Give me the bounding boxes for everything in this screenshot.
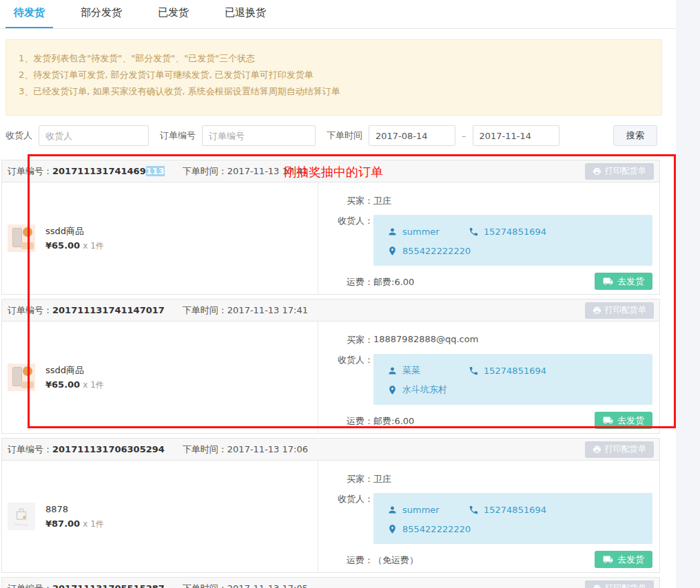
receiver-row: 收货人： summer 15274851694 [318,215,659,266]
product-price: ¥87.00 [45,518,80,529]
receiver-phone-group: 15274851694 [469,505,546,515]
product-placeholder-thumbnail[interactable]: TPshop [8,503,35,530]
order-number: 201711131705515287 [52,583,165,588]
go-ship-button[interactable]: 去发货 [595,412,652,429]
printer-icon [593,445,601,454]
receiver-phone: 15274851694 [484,366,546,376]
receiver-line-2: 855422222220 [387,242,646,259]
person-icon [387,366,398,376]
receiver-line-1: summer 15274851694 [387,501,646,518]
receiver-name: summer [402,227,452,237]
placeholder-brand-text: TPshop [14,523,29,527]
order-card-1: 订单编号： 201711131741469113 下单时间：2017-11-13… [1,160,660,295]
tab-returned[interactable]: 已退换货 [216,0,274,28]
phone-icon [469,366,479,376]
print-packing-slip-button[interactable]: 打印配货单 [585,441,654,458]
ship-button-label: 去发货 [617,554,644,566]
location-pin-icon [387,524,398,534]
product-thumbnail[interactable] [8,224,35,252]
receiver-phone: 15274851694 [484,227,546,237]
print-packing-slip-button[interactable]: 打印配货单 [585,580,654,588]
print-button-label: 打印配货单 [605,165,646,177]
go-ship-button[interactable]: 去发货 [595,273,652,290]
product-thumbnail[interactable] [8,364,35,391]
order-time-label: 下单时间： [183,444,227,454]
page-background-gutter [676,0,700,588]
ship-button-label: 去发货 [617,414,644,427]
product-price: ¥65.00 [45,379,80,390]
freight-row: 运费： 邮费:6.00 去发货 [318,276,659,288]
receiver-info-box: summer 15274851694 855422222220 [373,493,652,544]
location-pin-icon [387,246,398,256]
order-time-label: 下单时间： [183,166,227,176]
receiver-name: summer [402,505,452,515]
printer-icon [593,306,601,315]
freight-row: 运费： 邮费:6.00 去发货 [318,415,659,428]
print-packing-slip-button[interactable]: 打印配货单 [585,302,654,319]
date-range-separator: – [462,131,466,141]
order-number: 201711131741147017 [52,305,165,315]
buyer-label: 买家： [318,334,373,346]
search-button[interactable]: 搜索 [613,125,657,146]
order-time: 下单时间：2017-11-13 17:06 [183,443,308,456]
shipping-column: 买家： 卫庄 收货人： summer 15274851694 [318,461,659,572]
print-button-label: 打印配货单 [605,582,646,588]
order-no-label: 订单编号： [8,165,52,178]
location-pin-icon [387,385,398,395]
order-time-value: 2017-11-13 17:05 [227,583,308,588]
phone-icon [469,505,479,515]
product-column: ssdd商品 ¥65.00 x 1件 [2,322,318,433]
phone-icon [469,227,479,237]
order-card-3: 订单编号： 201711131706305294 下单时间：2017-11-13… [1,438,660,573]
order-card-2: 订单编号： 201711131741147017 下单时间：2017-11-13… [1,299,660,434]
order-body: ssdd商品 ¥65.00 x 1件 买家： 卫庄 收货人： [2,182,659,294]
buyer-row: 买家： 卫庄 [318,195,659,207]
search-filter-bar: 收货人 订单编号 下单时间 – 搜索 [6,125,676,147]
tab-pending-ship[interactable]: 待发货 [6,0,53,28]
order-time-value: 2017-11-13 17:41 [227,305,308,315]
receiver-info-box: summer 15274851694 855422222220 [373,215,652,266]
order-time: 下单时间：2017-11-13 17:05 [183,582,308,588]
product-price-line: ¥87.00 x 1件 [45,516,104,532]
order-number: 201711131706305294 [52,444,165,454]
receiver-line-1: summer 15274851694 [387,223,646,240]
buyer-label: 买家： [318,473,373,485]
freight-row: 运费： （免运费） 去发货 [318,554,659,567]
shopping-bag-icon [14,507,29,522]
order-list: 订单编号： 201711131741469113 下单时间：2017-11-13… [0,160,676,588]
order-list-page: 待发货 部分发货 已发货 已退换货 1、发货列表包含"待发货"、"部分发货"、"… [0,0,676,588]
product-price-line: ¥65.00 x 1件 [45,238,104,253]
product-info: 8878 ¥87.00 x 1件 [45,502,104,532]
receiver-phone-group: 15274851694 [469,227,546,237]
order-time: 下单时间：2017-11-13 17:41 [183,165,308,178]
order-no-input[interactable] [202,125,316,146]
print-packing-slip-button[interactable]: 打印配货单 [585,163,654,180]
order-body: TPshop 8878 ¥87.00 x 1件 买家： 卫庄 收货人： [2,461,659,572]
freight-value: （免运费） [373,554,418,567]
order-body: ssdd商品 ¥65.00 x 1件 买家： 18887982888@qq.co… [2,322,659,433]
buyer-row: 买家： 18887982888@qq.com [318,334,659,346]
receiver-label: 收货人 [6,129,32,142]
buyer-name: 18887982888@qq.com [373,334,478,346]
date-to-input[interactable] [473,125,559,146]
receiver-input[interactable] [39,125,149,146]
truck-icon [603,276,613,286]
product-qty: x 1件 [83,241,104,251]
receiver-address: 水斗坑东村 [402,384,447,396]
print-button-label: 打印配货单 [605,304,646,316]
freight-label: 运费： [318,554,373,567]
buyer-name: 卫庄 [373,473,391,485]
tab-shipped[interactable]: 已发货 [150,0,197,28]
receiver-phone: 15274851694 [484,505,546,515]
receiver-label: 收货人： [318,354,373,405]
date-from-input[interactable] [369,125,455,146]
go-ship-button[interactable]: 去发货 [595,551,652,568]
shipping-column: 买家： 18887982888@qq.com 收货人： 菜菜 15274851 [318,322,659,433]
product-column: ssdd商品 ¥65.00 x 1件 [2,182,318,294]
truck-icon [603,554,613,565]
order-no-label: 订单编号： [8,443,52,456]
notice-line-2: 2、待发货订单可发货, 部分发货订单可继续发货, 已发货订单可打印发货单 [19,67,649,83]
receiver-label: 收货人： [318,493,373,544]
product-qty: x 1件 [83,519,104,529]
tab-partial-ship[interactable]: 部分发货 [72,0,130,28]
